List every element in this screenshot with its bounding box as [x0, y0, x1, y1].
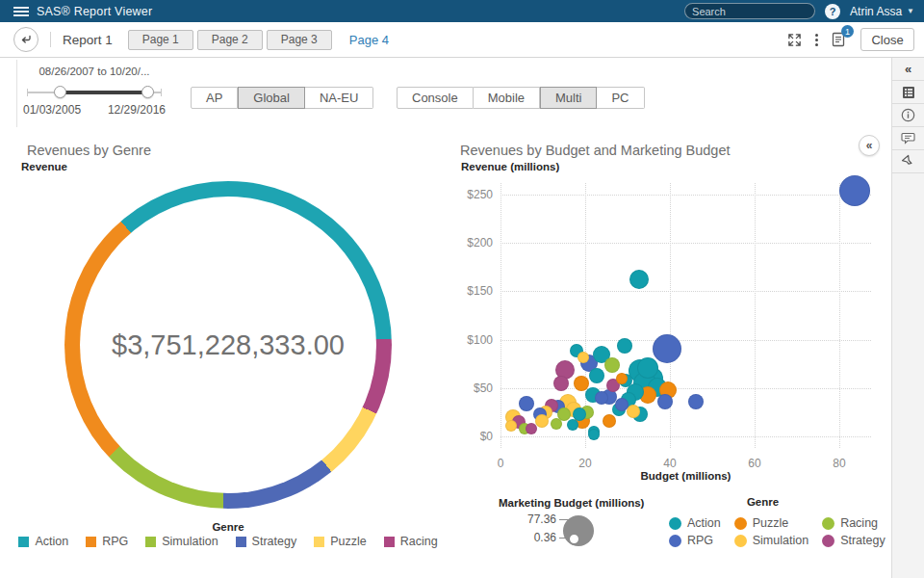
sidebar-info-button[interactable]: [892, 104, 924, 127]
date-max-label: 12/29/2016: [108, 103, 166, 117]
x-gridline: [670, 183, 671, 448]
data-bubble-rpg[interactable]: [657, 394, 673, 409]
data-bubble-rpg[interactable]: [519, 396, 534, 411]
data-bubble-simulation[interactable]: [627, 405, 640, 418]
y-tick-label: $100: [452, 333, 493, 347]
data-bubble-simulation[interactable]: [505, 420, 517, 432]
donut-legend-item-racing[interactable]: Racing: [384, 535, 438, 548]
sidebar-comments-button[interactable]: [892, 127, 924, 150]
sidebar-filter-button[interactable]: [892, 150, 924, 173]
donut-legend-item-puzzle[interactable]: Puzzle: [314, 535, 367, 548]
page-button-page-1[interactable]: Page 1: [128, 30, 193, 50]
data-bubble-racing[interactable]: [551, 418, 562, 430]
data-bubble-action[interactable]: [588, 429, 600, 440]
data-bubble-action[interactable]: [589, 368, 604, 383]
active-page-label[interactable]: Page 4: [349, 33, 389, 47]
donut-legend-item-action[interactable]: Action: [18, 535, 68, 548]
x-gridline: [500, 183, 501, 448]
donut-chart[interactable]: $3,751,228,333.00: [64, 181, 392, 509]
legend-swatch: [18, 537, 29, 547]
y-gridline: [500, 195, 871, 196]
help-icon[interactable]: ?: [825, 4, 840, 19]
data-bubble-simulation[interactable]: [578, 352, 589, 363]
x-tick-label: 40: [651, 457, 689, 470]
data-bubble-action[interactable]: [629, 270, 649, 289]
page-button-page-3[interactable]: Page 3: [267, 30, 332, 50]
search-box[interactable]: [684, 3, 815, 19]
legend-label: Action: [687, 516, 721, 530]
legend-label: RPG: [687, 534, 713, 547]
close-button[interactable]: Close: [860, 28, 914, 51]
region-option-na-eu[interactable]: NA-EU: [305, 87, 373, 109]
data-bubble-simulation[interactable]: [535, 414, 549, 428]
genre-legend-item-rpg[interactable]: RPG: [669, 532, 721, 549]
slider-handle-right[interactable]: [141, 86, 154, 98]
donut-legend-item-rpg[interactable]: RPG: [86, 535, 128, 548]
scatter-plot-area: $0$50$100$150$200$250020406080: [500, 183, 871, 448]
kebab-icon: [815, 34, 818, 46]
legend-swatch: [314, 537, 324, 547]
comments-button[interactable]: 1: [832, 31, 847, 48]
platform-option-mobile[interactable]: Mobile: [474, 87, 540, 109]
data-bubble-rpg[interactable]: [688, 394, 704, 409]
legend-label: RPG: [102, 535, 128, 548]
donut-total-value: $3,751,228,333.00: [112, 329, 345, 361]
y-tick-label: $250: [452, 188, 493, 201]
x-gridline: [755, 183, 756, 448]
data-bubble-action[interactable]: [617, 338, 632, 354]
legend-dot: [669, 535, 681, 547]
chevrons-left-icon: «: [905, 63, 911, 75]
user-menu[interactable]: Atrin Assa ▼: [850, 5, 914, 18]
legend-dot: [822, 517, 834, 530]
legend-swatch: [384, 537, 395, 547]
data-bubble-rpg[interactable]: [839, 175, 870, 206]
genre-legend-item-simulation[interactable]: Simulation: [734, 532, 808, 549]
date-range-slider[interactable]: [23, 86, 166, 99]
slider-selected-range[interactable]: [60, 91, 146, 94]
back-button[interactable]: [13, 27, 38, 52]
data-bubble-action[interactable]: [567, 419, 578, 431]
legend-dot: [669, 517, 681, 530]
data-bubble-strategy[interactable]: [553, 376, 569, 391]
slider-handle-left[interactable]: [54, 86, 66, 98]
platform-option-multi[interactable]: Multi: [540, 87, 597, 109]
data-bubble-puzzle[interactable]: [603, 414, 616, 428]
region-option-ap[interactable]: AP: [191, 87, 238, 109]
legend-label: Puzzle: [330, 535, 367, 548]
genre-legend-item-action[interactable]: Action: [669, 514, 721, 532]
sidebar-toc-button[interactable]: [892, 81, 924, 104]
data-bubble-strategy[interactable]: [526, 423, 537, 434]
genre-legend-item-racing[interactable]: Racing: [822, 514, 886, 532]
chevron-down-icon: ▼: [907, 7, 914, 15]
donut-legend-item-simulation[interactable]: Simulation: [145, 535, 218, 548]
data-bubble-racing[interactable]: [604, 357, 620, 373]
more-options-button[interactable]: [815, 34, 818, 46]
fullscreen-button[interactable]: [787, 33, 802, 47]
platform-option-pc[interactable]: PC: [597, 87, 644, 109]
expand-icon: [787, 33, 802, 47]
size-legend-min: 0.36: [508, 531, 556, 544]
genre-legend-item-strategy[interactable]: Strategy: [822, 532, 886, 549]
page-button-page-2[interactable]: Page 2: [197, 30, 263, 50]
data-bubble-rpg[interactable]: [595, 391, 608, 405]
data-bubble-action[interactable]: [637, 357, 658, 379]
y-tick-label: $0: [452, 430, 493, 443]
report-canvas: 08/26/2007 to 10/20/... 01/03/2005 12/29…: [0, 58, 924, 578]
legend-label: Strategy: [840, 534, 886, 547]
legend-label: Strategy: [252, 535, 297, 548]
collapse-panel-button[interactable]: «: [859, 135, 880, 156]
x-tick-label: 0: [481, 457, 520, 470]
sidebar-collapse-button[interactable]: «: [892, 58, 924, 81]
genre-legend-item-puzzle[interactable]: Puzzle: [734, 514, 808, 532]
donut-legend-item-strategy[interactable]: Strategy: [236, 535, 297, 548]
region-option-global[interactable]: Global: [238, 87, 305, 109]
menu-icon[interactable]: [0, 0, 37, 22]
legend-label: Simulation: [753, 534, 808, 547]
platform-filter-group: ConsoleMobileMultiPC: [397, 87, 645, 109]
search-input[interactable]: [692, 6, 829, 17]
divider: [50, 32, 51, 47]
data-bubble-puzzle[interactable]: [616, 373, 628, 384]
data-bubble-rpg[interactable]: [615, 398, 629, 411]
data-bubble-rpg[interactable]: [653, 334, 681, 363]
platform-option-console[interactable]: Console: [397, 87, 474, 109]
